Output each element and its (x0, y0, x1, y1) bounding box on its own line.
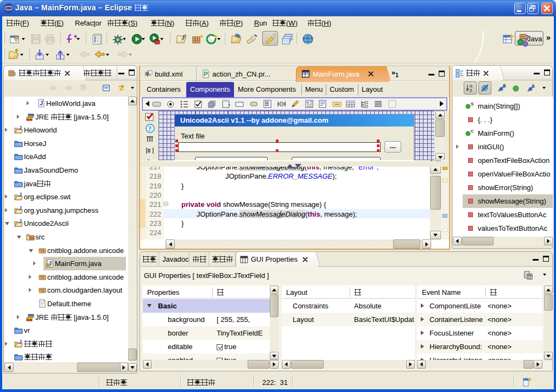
svg-text:P: P (204, 71, 208, 77)
svg-text:z: z (470, 87, 472, 93)
svg-text:?: ? (148, 125, 151, 132)
svg-text:S: S (471, 102, 473, 106)
svg-text:C: C (471, 129, 473, 134)
